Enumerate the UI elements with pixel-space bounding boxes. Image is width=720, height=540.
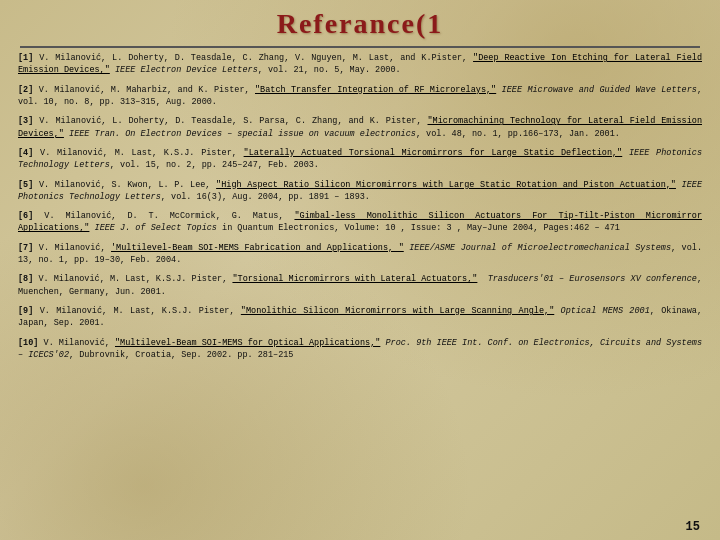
list-item: [4] V. Milanović, M. Last, K.S.J. Pister… — [18, 147, 702, 172]
ref-link: "Monolithic Silicon Micromirrors with La… — [241, 306, 554, 316]
list-item: [8] V. Milanović, M. Last, K.S.J. Pister… — [18, 273, 702, 298]
list-item: [2] V. Milanović, M. Maharbiz, and K. Pi… — [18, 84, 702, 109]
page-title: Referance(1 — [277, 8, 444, 39]
ref-id: [1] — [18, 53, 33, 63]
ref-journal: IEEE J. of Select Topics — [95, 223, 217, 233]
list-item: [5] V. Milanović, S. Kwon, L. P. Lee, "H… — [18, 179, 702, 204]
ref-id: [4] — [18, 148, 33, 158]
list-item: [1] V. Milanović, L. Doherty, D. Teasdal… — [18, 52, 702, 77]
ref-journal: IEEE Electron Device Letters — [115, 65, 258, 75]
ref-id: [8] — [18, 274, 33, 284]
ref-link: "Multilevel-Beam SOI-MEMS for Optical Ap… — [115, 338, 380, 348]
ref-link: "Laterally Actuated Torsional Micromirro… — [244, 148, 623, 158]
ref-journal: IEEE Tran. On Electron Devices – special… — [69, 129, 416, 139]
list-item: [10] V. Milanović, "Multilevel-Beam SOI-… — [18, 337, 702, 362]
ref-journal: Optical MEMS 2001 — [561, 306, 650, 316]
list-item: [9] V. Milanović, M. Last, K.S.J. Pister… — [18, 305, 702, 330]
list-item: [7] V. Milanović, 'Multilevel-Beam SOI-M… — [18, 242, 702, 267]
ref-id: [7] — [18, 243, 33, 253]
ref-journal: IEEE/ASME Journal of Microelectromechani… — [409, 243, 671, 253]
page-container: Referance(1 [1] V. Milanović, L. Doherty… — [0, 0, 720, 540]
list-item: [6] V. Milanović, D. T. McCormick, G. Ma… — [18, 210, 702, 235]
list-item: [3] V. Milanović, L. Doherty, D. Teasdal… — [18, 115, 702, 140]
ref-id: [10] — [18, 338, 38, 348]
title-bar: Referance(1 — [0, 0, 720, 44]
ref-id: [5] — [18, 180, 33, 190]
ref-id: [9] — [18, 306, 33, 316]
ref-id: [3] — [18, 116, 33, 126]
ref-link: "Batch Transfer Integration of RF Micror… — [255, 85, 496, 95]
ref-id: [2] — [18, 85, 33, 95]
references-area: [1] V. Milanović, L. Doherty, D. Teasdal… — [0, 50, 720, 372]
page-number: 15 — [686, 520, 700, 534]
ref-link: "High Aspect Ratio Silicon Micromirrors … — [216, 180, 676, 190]
ref-link: "Torsional Micromirrors with Lateral Act… — [232, 274, 477, 284]
title-divider — [20, 46, 700, 48]
ref-journal: IEEE Microwave and Guided Wave Letters — [502, 85, 697, 95]
ref-link: 'Multilevel-Beam SOI-MEMS Fabrication an… — [111, 243, 404, 253]
ref-journal: Trasducers'01 – Eurosensors XV conferenc… — [483, 274, 697, 284]
ref-id: [6] — [18, 211, 33, 221]
